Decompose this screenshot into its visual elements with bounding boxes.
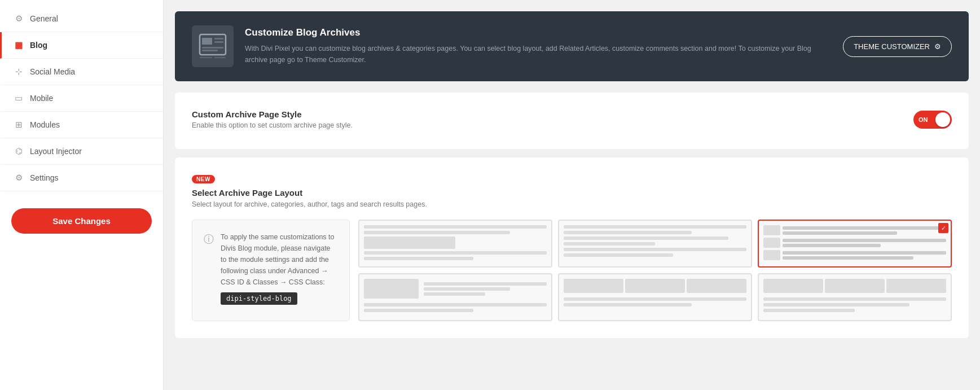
layout-thumb-1[interactable] bbox=[358, 220, 552, 268]
thumb-decoration bbox=[783, 251, 946, 260]
thumb-decoration bbox=[364, 225, 547, 229]
thumb-decoration bbox=[364, 236, 455, 249]
sidebar-item-label: Modules bbox=[30, 120, 60, 129]
social-icon: ⊹ bbox=[13, 67, 24, 77]
thumb-decoration bbox=[783, 251, 946, 255]
layout-subtitle: Select layout for archive, categories, a… bbox=[192, 200, 952, 208]
thumb-decoration bbox=[783, 226, 946, 235]
layout-thumb-2[interactable] bbox=[558, 220, 752, 268]
thumb-decoration bbox=[564, 236, 728, 240]
thumb-decoration bbox=[364, 257, 473, 260]
sidebar-item-modules[interactable]: ⊞ Modules bbox=[0, 112, 163, 138]
sidebar-item-label: Mobile bbox=[30, 94, 53, 103]
main-content: Customize Blog Archives With Divi Pixel … bbox=[164, 0, 980, 390]
thumb-decoration bbox=[424, 292, 485, 296]
thumb-decoration bbox=[763, 225, 780, 235]
thumb-decoration bbox=[564, 303, 692, 306]
archive-description: Enable this option to set custom archive… bbox=[192, 121, 353, 129]
info-box-content: To apply the same customizations to Divi… bbox=[221, 231, 338, 305]
svg-rect-3 bbox=[202, 50, 218, 51]
thumb-decoration bbox=[783, 239, 946, 242]
layout-thumb-6[interactable] bbox=[758, 273, 952, 321]
layout-thumbs-grid: ✓ bbox=[358, 220, 952, 321]
sidebar-item-blog[interactable]: ▦ Blog bbox=[0, 32, 163, 59]
layout-thumb-3[interactable]: ✓ bbox=[758, 220, 952, 268]
blog-icon: ▦ bbox=[13, 40, 24, 50]
thumb-decoration bbox=[763, 250, 780, 260]
sidebar-item-layout-injector[interactable]: ⌬ Layout Injector bbox=[0, 138, 163, 165]
mobile-icon: ▭ bbox=[13, 93, 24, 103]
thumb-decoration bbox=[421, 282, 547, 296]
svg-rect-4 bbox=[214, 38, 223, 40]
thumb-decoration bbox=[783, 244, 881, 247]
toggle-row: Custom Archive Page Style Enable this op… bbox=[192, 109, 952, 129]
thumb-decoration bbox=[364, 279, 419, 299]
gear-icon: ⚙ bbox=[934, 42, 941, 51]
layout-thumb-4[interactable] bbox=[358, 273, 552, 321]
thumb-decoration bbox=[564, 225, 746, 229]
banner-icon bbox=[192, 25, 234, 67]
sidebar-item-settings[interactable]: ⚙ Settings bbox=[0, 165, 163, 191]
thumb-decoration bbox=[763, 238, 946, 248]
thumb-decoration bbox=[424, 287, 509, 291]
layout-thumb-5[interactable] bbox=[558, 273, 752, 321]
theme-customizer-label: THEME CUSTOMIZER bbox=[854, 42, 930, 51]
thumb-decoration bbox=[783, 256, 913, 260]
toggle-on-label: ON bbox=[919, 116, 935, 123]
thumb-decoration bbox=[783, 231, 897, 235]
new-badge: NEW bbox=[192, 175, 215, 183]
info-icon: ⓘ bbox=[204, 233, 214, 246]
banner-title: Customize Blog Archives bbox=[245, 27, 832, 38]
thumb-decoration bbox=[364, 251, 547, 255]
thumb-decoration bbox=[763, 309, 855, 312]
thumb-decoration bbox=[564, 297, 746, 301]
archive-style-toggle[interactable]: ON bbox=[913, 111, 952, 129]
thumb-decoration bbox=[564, 279, 623, 293]
toggle-knob bbox=[935, 112, 950, 127]
layout-section: NEW Select Archive Page Layout Select la… bbox=[175, 157, 969, 338]
thumb-decoration bbox=[564, 242, 655, 246]
modules-icon: ⊞ bbox=[13, 120, 24, 130]
banner-text: With Divi Pixel you can customize blog a… bbox=[245, 43, 832, 65]
layout-content: ⓘ To apply the same customizations to Di… bbox=[192, 220, 952, 321]
sidebar-item-mobile[interactable]: ▭ Mobile bbox=[0, 85, 163, 112]
archive-toggle-label: Custom Archive Page Style Enable this op… bbox=[192, 109, 353, 129]
banner-description: Customize Blog Archives With Divi Pixel … bbox=[245, 27, 832, 65]
svg-rect-1 bbox=[202, 38, 212, 45]
thumb-decoration bbox=[364, 231, 510, 234]
custom-archive-section: Custom Archive Page Style Enable this op… bbox=[175, 93, 969, 149]
thumb-decoration bbox=[763, 297, 946, 301]
sidebar: ⚙ General ▦ Blog ⊹ Social Media ▭ Mobile… bbox=[0, 0, 164, 390]
thumb-decoration bbox=[564, 248, 746, 251]
thumb-decoration bbox=[564, 253, 673, 257]
css-class-badge: dipi-styled-blog bbox=[221, 292, 297, 305]
thumb-decoration bbox=[763, 225, 946, 235]
save-changes-button[interactable]: Save Changes bbox=[11, 208, 152, 234]
thumb-decoration bbox=[763, 250, 946, 260]
selected-check: ✓ bbox=[938, 223, 948, 233]
thumb-decoration bbox=[783, 239, 946, 247]
thumb-decoration bbox=[825, 279, 885, 293]
sidebar-item-social-media[interactable]: ⊹ Social Media bbox=[0, 59, 163, 85]
thumb-decoration bbox=[364, 309, 473, 312]
svg-rect-5 bbox=[214, 41, 223, 43]
sidebar-item-label: General bbox=[30, 14, 58, 23]
sidebar-item-label: Blog bbox=[30, 41, 47, 50]
svg-rect-7 bbox=[214, 57, 226, 58]
thumb-decoration bbox=[564, 279, 746, 293]
thumb-decoration bbox=[564, 231, 692, 234]
toggle-track: ON bbox=[913, 111, 952, 129]
sidebar-item-label: Layout Injector bbox=[30, 147, 82, 156]
sidebar-item-general[interactable]: ⚙ General bbox=[0, 6, 163, 32]
thumb-decoration bbox=[364, 279, 547, 299]
thumb-decoration bbox=[763, 303, 909, 306]
sidebar-item-label: Settings bbox=[30, 173, 59, 182]
thumb-decoration bbox=[364, 303, 547, 306]
thumb-decoration bbox=[687, 279, 746, 293]
layout-icon: ⌬ bbox=[13, 146, 24, 156]
thumb-decoration bbox=[886, 279, 946, 293]
thumb-decoration bbox=[424, 282, 547, 286]
theme-customizer-button[interactable]: THEME CUSTOMIZER ⚙ bbox=[843, 36, 952, 57]
archive-title: Custom Archive Page Style bbox=[192, 109, 353, 119]
thumb-decoration bbox=[763, 279, 823, 293]
